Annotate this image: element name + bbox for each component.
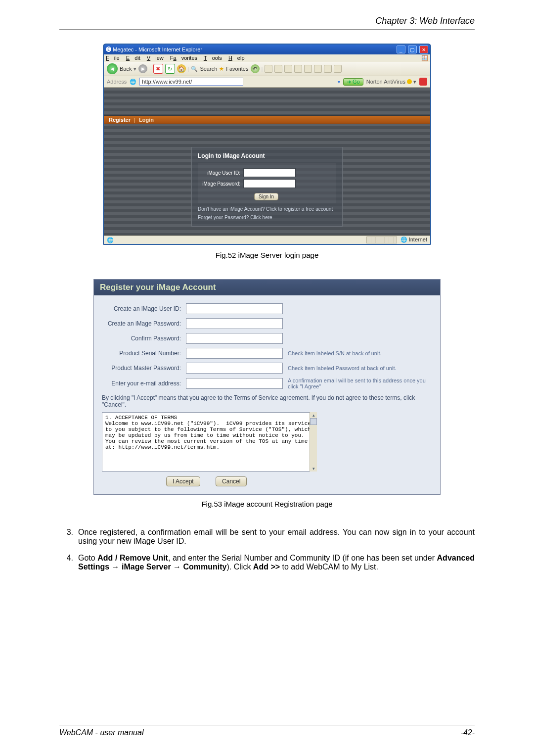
reg-email-input[interactable] bbox=[186, 378, 283, 389]
item4-text: Goto Add / Remove Unit, and enter the Se… bbox=[78, 554, 475, 571]
favorites-icon[interactable]: ★ bbox=[219, 66, 224, 72]
menu-help[interactable]: Help bbox=[228, 55, 245, 61]
page-footer: WebCAM - user manual -42- bbox=[59, 725, 475, 737]
figure52-caption: Fig.52 iMage Server login page bbox=[59, 251, 475, 259]
menu-file[interactable]: File bbox=[106, 55, 120, 61]
status-bar: 🌐 🌐 Internet bbox=[104, 236, 430, 244]
ie-window: 🅔 Megatec - Microsoft Internet Explorer … bbox=[103, 44, 431, 245]
figure53-caption: Fig.53 iMage account Registration page bbox=[59, 500, 475, 508]
search-icon[interactable]: 🔍 bbox=[191, 66, 198, 72]
tab-separator: | bbox=[132, 117, 137, 123]
extra2-button[interactable] bbox=[334, 65, 342, 73]
address-label: Address bbox=[107, 79, 127, 85]
tos-scrollbar[interactable]: ▴ ▾ bbox=[310, 412, 317, 472]
login-tabs: Register | Login bbox=[104, 115, 430, 124]
maximize-button[interactable]: ▢ bbox=[408, 46, 417, 53]
messenger-button[interactable] bbox=[314, 65, 322, 73]
reg-confirm-input[interactable] bbox=[186, 333, 283, 344]
chapter-header: Chapter 3: Web Interface bbox=[59, 16, 475, 30]
forward-button[interactable]: ► bbox=[138, 64, 147, 73]
reg-agree-text: By clicking "I Accept" means that you ag… bbox=[102, 394, 432, 408]
register-link[interactable]: Don't have an iMage Account? Click to re… bbox=[198, 206, 336, 212]
address-input[interactable]: http://www.icv99.net/ bbox=[139, 78, 243, 86]
research-button[interactable] bbox=[304, 65, 312, 73]
menu-edit[interactable]: Edit bbox=[126, 55, 140, 61]
back-label: Back bbox=[120, 66, 132, 72]
history-button[interactable]: ↶ bbox=[251, 64, 260, 73]
discuss-button[interactable] bbox=[294, 65, 302, 73]
ie-logo-icon: 🅔 bbox=[106, 47, 111, 52]
reg-master-hint: Check item labeled Password at back of u… bbox=[288, 365, 432, 371]
reg-userid-label: Create an iMage User ID: bbox=[102, 305, 181, 312]
userid-label: iMage User ID: bbox=[202, 170, 240, 176]
menu-tools[interactable]: Tools bbox=[204, 55, 222, 61]
password-input[interactable] bbox=[243, 179, 296, 188]
login-panel: Login to iMage Account iMage User ID: iM… bbox=[191, 147, 343, 227]
reg-password-input[interactable] bbox=[186, 318, 283, 329]
accept-button[interactable]: I Accept bbox=[166, 476, 200, 486]
reg-confirm-label: Confirm Password: bbox=[102, 335, 181, 342]
page-content: Register | Login Login to iMage Account … bbox=[104, 88, 430, 236]
scroll-thumb[interactable] bbox=[310, 418, 317, 425]
signin-button[interactable]: Sign In bbox=[254, 193, 278, 200]
cancel-button[interactable]: Cancel bbox=[216, 476, 247, 486]
print-button[interactable] bbox=[274, 65, 282, 73]
footer-right: -42- bbox=[461, 728, 475, 737]
edit-button[interactable] bbox=[284, 65, 292, 73]
menu-view[interactable]: View bbox=[147, 55, 164, 61]
reg-master-label: Product Master Password: bbox=[102, 365, 181, 372]
item4-number: 4. bbox=[59, 554, 73, 571]
address-bar: Address 🌐 http://www.icv99.net/ ▾ ➜Go No… bbox=[104, 76, 430, 88]
internet-zone-label: Internet bbox=[409, 236, 427, 242]
scroll-up-icon[interactable]: ▴ bbox=[311, 412, 316, 418]
reg-userid-input[interactable] bbox=[186, 303, 283, 314]
scroll-down-icon[interactable]: ▾ bbox=[311, 466, 316, 472]
minimize-button[interactable]: _ bbox=[397, 46, 405, 53]
norton-shield-icon[interactable] bbox=[419, 78, 427, 86]
status-page-icon: 🌐 bbox=[107, 237, 114, 243]
close-button[interactable]: ✕ bbox=[419, 46, 428, 53]
norton-status-icon bbox=[407, 79, 412, 84]
window-title: Megatec - Microsoft Internet Explorer bbox=[113, 47, 202, 52]
registration-window: Register your iMage Account Create an iM… bbox=[93, 279, 441, 495]
userid-input[interactable] bbox=[243, 168, 296, 177]
login-title: Login to iMage Account bbox=[198, 152, 336, 159]
go-button[interactable]: ➜Go bbox=[343, 78, 363, 86]
footer-left: WebCAM - user manual bbox=[59, 728, 143, 737]
mail-button[interactable] bbox=[265, 65, 272, 73]
reg-serial-input[interactable] bbox=[186, 348, 283, 359]
tos-textarea[interactable]: 1. ACCEPTANCE OF TERMS Welcome to www.iC… bbox=[102, 412, 316, 472]
reg-email-label: Enter your e-mail address: bbox=[102, 380, 181, 387]
throbber-icon: 🪟 bbox=[421, 55, 428, 61]
tab-login[interactable]: Login bbox=[139, 117, 154, 123]
toolbar: ◄ Back ▾ ► · ✖ ↻ 🏠 | 🔍 Search ★ Favorite… bbox=[104, 62, 430, 76]
reg-password-label: Create an iMage Password: bbox=[102, 320, 181, 327]
address-dropdown[interactable]: ▾ bbox=[338, 79, 340, 85]
home-button[interactable]: 🏠 bbox=[177, 64, 186, 73]
reg-serial-hint: Check item labeled S/N at back of unit. bbox=[288, 350, 432, 356]
status-progress bbox=[366, 236, 397, 243]
item3-number: 3. bbox=[59, 528, 73, 546]
menu-bar: File Edit View Favorites Tools Help 🪟 bbox=[104, 54, 430, 62]
item3-text: Once registered, a confirmation email wi… bbox=[78, 528, 475, 546]
password-label: iMage Password: bbox=[202, 181, 240, 187]
page-icon: 🌐 bbox=[130, 79, 136, 85]
window-controls: _ ▢ ✕ bbox=[396, 46, 428, 53]
ie-titlebar: 🅔 Megatec - Microsoft Internet Explorer … bbox=[104, 45, 430, 54]
search-label: Search bbox=[200, 66, 217, 72]
stop-button[interactable]: ✖ bbox=[153, 64, 163, 74]
menu-favorites[interactable]: Favorites bbox=[170, 55, 197, 61]
internet-zone-icon: 🌐 bbox=[400, 236, 407, 242]
norton-antivirus-button[interactable]: Norton AntiVirus▾ bbox=[366, 79, 416, 85]
tab-register[interactable]: Register bbox=[109, 117, 131, 123]
forgot-password-link[interactable]: Forget your Password? Click here bbox=[198, 215, 336, 220]
refresh-button[interactable]: ↻ bbox=[165, 64, 175, 74]
reg-serial-label: Product Serial Number: bbox=[102, 350, 181, 357]
extra1-button[interactable] bbox=[324, 65, 332, 73]
reg-email-hint: A confirmation email will be sent to thi… bbox=[288, 378, 432, 389]
favorites-label: Favorites bbox=[226, 66, 248, 72]
registration-header: Register your iMage Account bbox=[94, 280, 440, 295]
reg-master-input[interactable] bbox=[186, 363, 283, 374]
back-button[interactable]: ◄ bbox=[107, 63, 118, 74]
body-text: 3. Once registered, a confirmation email… bbox=[59, 528, 475, 571]
